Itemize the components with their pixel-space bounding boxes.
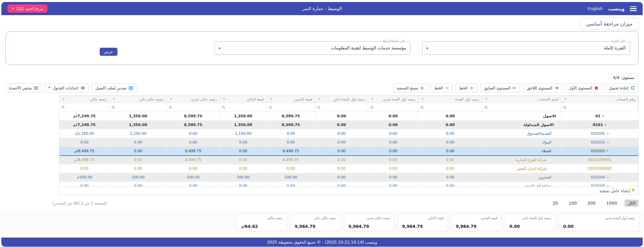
value-cell[interactable]: 0.00 bbox=[315, 182, 368, 187]
value-cell[interactable]: 8,499.75 bbox=[167, 147, 220, 156]
value-cell[interactable]: 0.00 bbox=[167, 138, 220, 147]
value-cell[interactable]: 8,599.75 bbox=[167, 121, 220, 129]
value-cell[interactable]: 0.00 bbox=[315, 147, 368, 156]
value-cell[interactable]: 0.00 bbox=[418, 121, 482, 129]
clear-filter-button[interactable]: × مسح التصفية bbox=[393, 83, 428, 92]
value-cell[interactable]: 100.00 bbox=[267, 173, 315, 182]
value-cell[interactable]: 0.00 bbox=[315, 173, 368, 182]
value-cell[interactable]: 7,249.75/م bbox=[59, 112, 110, 121]
value-cell[interactable]: 0.00 bbox=[220, 147, 267, 156]
column-header[interactable]: رصيد أول المدة bbox=[418, 96, 482, 103]
value-cell[interactable]: 0.00 bbox=[368, 164, 418, 173]
expand-icon[interactable]: ◄ bbox=[607, 176, 608, 179]
value-cell[interactable]: 8,499.75 bbox=[267, 147, 315, 156]
value-cell[interactable]: 0.00 bbox=[110, 138, 167, 147]
expand-icon[interactable]: ◄ bbox=[607, 141, 608, 144]
value-cell[interactable]: 0.00 bbox=[267, 164, 315, 173]
first-level-button[interactable]: المستوى الأول bbox=[565, 83, 602, 92]
funnel-icon[interactable] bbox=[269, 98, 273, 101]
value-cell[interactable]: 0.00 bbox=[220, 138, 267, 147]
value-cell[interactable]: 0.00 bbox=[59, 182, 110, 187]
value-cell[interactable]: 0.00 bbox=[315, 121, 368, 129]
account-name-cell[interactable]: المخزون bbox=[482, 173, 561, 182]
column-filter-input[interactable] bbox=[322, 105, 366, 110]
account-name-cell[interactable]: شركة الفرج التجارية bbox=[482, 156, 561, 164]
value-cell[interactable]: 0.00 bbox=[167, 129, 220, 138]
value-cell[interactable]: 0.00 bbox=[418, 147, 482, 156]
table-settings-button[interactable]: إعدادات الجدول ▼ bbox=[45, 83, 89, 92]
collapse-icon[interactable]: ▼ bbox=[602, 115, 604, 118]
table-row[interactable]: ◄010101النقدية/الصندوق0.000.000.000.001,… bbox=[59, 129, 638, 138]
value-cell[interactable]: 0.00 bbox=[59, 164, 110, 173]
account-name-cell[interactable]: الاصول bbox=[482, 112, 561, 121]
account-number-link[interactable]: 010103 bbox=[591, 149, 605, 153]
font-increase-button[interactable]: + الخط bbox=[455, 83, 477, 92]
table-row[interactable]: ▼0101الاصول المتداولة0.000.000.008,599.7… bbox=[59, 121, 638, 129]
account-number-cell[interactable]: ▼01 bbox=[561, 112, 638, 121]
account-number-link[interactable]: 0101030001 bbox=[588, 158, 611, 162]
page-size-option[interactable]: 20 bbox=[550, 200, 561, 207]
value-cell[interactable]: 200.00 bbox=[110, 173, 167, 182]
funnel-icon[interactable] bbox=[222, 98, 226, 101]
table-row[interactable]: ▼01الاصول0.000.000.008,599.751,350.008,5… bbox=[59, 112, 638, 121]
value-cell[interactable]: 0.00 bbox=[220, 182, 267, 187]
funnel-icon[interactable] bbox=[62, 98, 65, 101]
column-header[interactable]: قيمة الدائن bbox=[220, 96, 267, 103]
table-row[interactable]: 0101030001شركة الفرج التجارية0.000.000.0… bbox=[59, 156, 638, 164]
value-cell[interactable]: 0.00 bbox=[418, 173, 482, 182]
value-cell[interactable]: 0.00 bbox=[267, 129, 315, 138]
next-level-button[interactable]: → المستوى اللاحق bbox=[523, 83, 562, 92]
table-row[interactable]: ◄010105بضاعة أول المدة0.000.000.000.000.… bbox=[59, 182, 638, 187]
table-row[interactable]: ◄010102البنوك0.000.000.000.000.000.000.0… bbox=[59, 138, 638, 147]
account-name-cell[interactable]: النقدية/الصندوق bbox=[482, 129, 561, 138]
value-cell[interactable]: 0.00 bbox=[315, 156, 368, 164]
table-row[interactable]: ◄010104المخزون0.000.000.00100.00200.0010… bbox=[59, 173, 638, 182]
page-size-option[interactable]: الكل bbox=[625, 200, 639, 207]
value-cell[interactable]: 0.00 bbox=[220, 156, 267, 164]
column-header[interactable]: رصيد حالي دائن bbox=[110, 96, 167, 103]
value-cell[interactable]: 0.00 bbox=[418, 138, 482, 147]
value-cell[interactable]: 0.00 bbox=[315, 138, 368, 147]
account-number-link[interactable]: 0101030002 bbox=[588, 166, 611, 171]
column-filter-input[interactable] bbox=[66, 105, 107, 110]
column-header[interactable]: اسم الحساب bbox=[482, 96, 561, 103]
value-cell[interactable]: 8,499.75 bbox=[167, 156, 220, 164]
collapse-icon[interactable]: ▼ bbox=[607, 150, 608, 152]
account-name-cell[interactable]: شركة البنيان المميز bbox=[482, 164, 561, 173]
account-number-link[interactable]: 010101 bbox=[591, 131, 605, 136]
account-number-cell[interactable]: ◄010105 bbox=[561, 182, 638, 187]
value-cell[interactable]: 0.00 bbox=[418, 156, 482, 164]
account-number-link[interactable]: 010104 bbox=[591, 175, 605, 179]
value-cell[interactable]: 0.00 bbox=[220, 164, 267, 173]
value-cell[interactable]: 0.00 bbox=[110, 156, 167, 164]
account-number-cell[interactable]: ◄010102 bbox=[561, 138, 638, 147]
value-cell[interactable]: 0.00 bbox=[59, 138, 110, 147]
create-filter-link[interactable]: إنشاء عامل تصفية bbox=[599, 189, 635, 193]
column-header[interactable]: رصيد اول المدة مدين bbox=[368, 96, 418, 103]
value-cell[interactable]: 0.00 bbox=[368, 121, 418, 129]
value-cell[interactable]: 0.00 bbox=[418, 129, 482, 138]
account-name-cell[interactable]: العملاء bbox=[482, 147, 561, 156]
page-size-option[interactable]: 200 bbox=[585, 200, 599, 207]
funnel-icon[interactable] bbox=[371, 98, 374, 101]
funnel-icon[interactable] bbox=[564, 98, 567, 101]
value-cell[interactable]: 1,350.00 bbox=[110, 121, 167, 129]
user-menu-button[interactable]: مرحبا احمد 222 ▼ bbox=[7, 4, 48, 13]
column-header[interactable]: رصيد حالي مدين bbox=[167, 96, 220, 103]
value-cell[interactable]: 0.00 bbox=[110, 147, 167, 156]
value-cell[interactable]: 1,350.00 bbox=[220, 112, 267, 121]
funnel-icon[interactable] bbox=[112, 98, 115, 101]
column-filter-input[interactable] bbox=[568, 105, 636, 110]
column-filter-input[interactable] bbox=[375, 105, 416, 110]
value-cell[interactable]: 0.00 bbox=[167, 164, 220, 173]
expand-icon[interactable]: ◄ bbox=[607, 185, 608, 187]
value-cell[interactable]: 0.00 bbox=[368, 138, 418, 147]
value-cell[interactable]: 0.00 bbox=[418, 182, 482, 187]
language-link[interactable]: English bbox=[588, 6, 603, 11]
value-cell[interactable]: 100.00/د bbox=[59, 173, 110, 182]
column-header[interactable]: رصيد حالي bbox=[59, 96, 110, 103]
value-cell[interactable]: 8,599.75 bbox=[167, 112, 220, 121]
value-cell[interactable]: 0.00 bbox=[267, 138, 315, 147]
show-button[interactable]: عرض bbox=[100, 48, 117, 56]
column-header[interactable]: رصيد اول المدة دائن bbox=[315, 96, 368, 103]
